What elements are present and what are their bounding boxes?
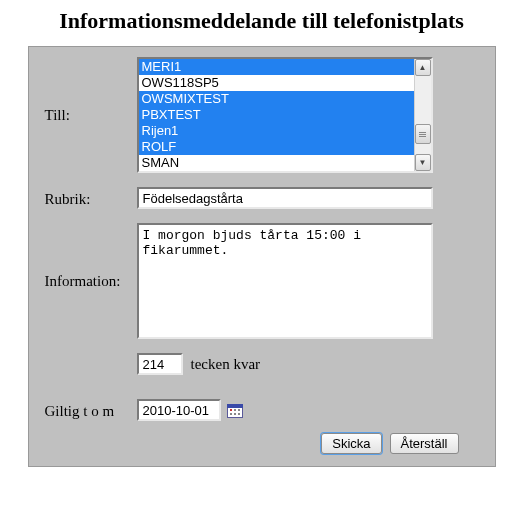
calendar-icon[interactable]: [227, 403, 243, 418]
page-title: Informationsmeddelande till telefonistpl…: [0, 8, 523, 34]
list-item[interactable]: OWS118SP5: [139, 75, 414, 91]
to-label: Till:: [45, 107, 137, 124]
reset-button[interactable]: Återställ: [390, 433, 459, 454]
svg-rect-5: [230, 413, 232, 415]
info-label: Information:: [45, 273, 137, 290]
scroll-down-icon[interactable]: ▼: [415, 154, 431, 171]
scroll-up-icon[interactable]: ▲: [415, 59, 431, 76]
svg-rect-6: [234, 413, 236, 415]
scrollbar[interactable]: ▲ ▼: [414, 59, 431, 171]
svg-rect-1: [227, 404, 242, 407]
svg-rect-7: [238, 413, 240, 415]
list-item[interactable]: PBXTEST: [139, 107, 414, 123]
to-listbox[interactable]: MERI1OWS118SP5OWSMIXTESTPBXTESTRijen1ROL…: [137, 57, 433, 173]
info-textarea[interactable]: I morgon bjuds tårta 15:00 i fikarummet.: [137, 223, 433, 339]
valid-until-label: Giltig t o m: [45, 401, 137, 420]
list-item[interactable]: SMAN: [139, 155, 414, 171]
svg-rect-4: [238, 409, 240, 411]
valid-until-input[interactable]: [137, 399, 221, 421]
form-panel: Till: MERI1OWS118SP5OWSMIXTESTPBXTESTRij…: [28, 46, 496, 467]
list-item[interactable]: Rijen1: [139, 123, 414, 139]
svg-rect-2: [230, 409, 232, 411]
list-item[interactable]: OWSMIXTEST: [139, 91, 414, 107]
send-button[interactable]: Skicka: [321, 433, 381, 454]
chars-left-input[interactable]: [137, 353, 183, 375]
scroll-track[interactable]: [415, 76, 431, 154]
subject-input[interactable]: [137, 187, 433, 209]
chars-left-label: tecken kvar: [191, 356, 261, 373]
svg-rect-3: [234, 409, 236, 411]
scroll-thumb[interactable]: [415, 124, 431, 144]
subject-label: Rubrik:: [45, 189, 137, 208]
list-item[interactable]: ROLF: [139, 139, 414, 155]
list-item[interactable]: MERI1: [139, 59, 414, 75]
